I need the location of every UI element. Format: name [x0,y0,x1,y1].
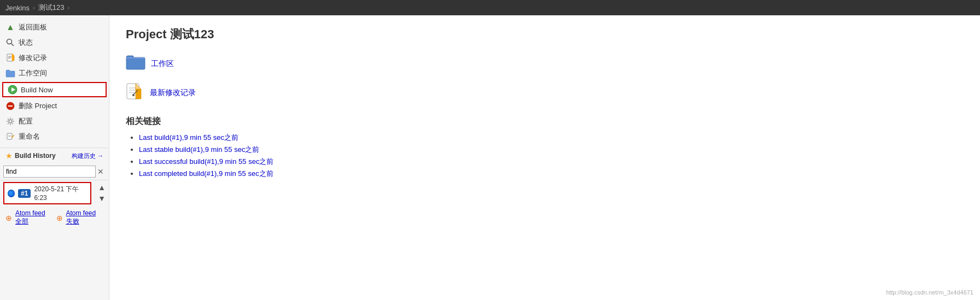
workspace-link-item: 工作区 [126,54,964,74]
sidebar-label-delete-project: 删除 Project [19,101,57,111]
last-build-link[interactable]: Last build(#1),9 min 55 sec之前 [139,133,238,142]
build-history-title: Build History [15,152,69,160]
folder-icon [5,68,15,78]
doc-icon [5,53,15,63]
magnifier-icon [5,38,15,48]
sidebar-item-status[interactable]: 状态 [0,35,109,50]
related-links-list: Last build(#1),9 min 55 sec之前 Last stabl… [126,133,964,179]
related-links-title: 相关链接 [126,116,964,127]
sidebar-label-status: 状态 [19,38,33,48]
rename-icon [5,132,15,142]
atom-feed-row: ⊕ Atom feed 全部 ⊕ Atom feed 失败 [0,206,109,230]
sidebar-label-configure: 配置 [19,116,33,126]
svg-point-11 [9,120,12,123]
list-item-last-completed-build: Last completed build(#1),9 min 55 sec之前 [139,169,964,179]
svg-line-1 [11,44,14,46]
home-icon: ▲ [5,22,15,32]
svg-marker-6 [12,54,14,61]
sidebar-label-back-panel: 返回面板 [19,22,47,32]
atom-icon-fail: ⊕ [56,214,63,222]
sidebar-item-workspace[interactable]: 工作空间 [0,66,109,81]
sidebar-item-build-now[interactable]: Build Now [2,82,107,97]
sidebar-label-build-now: Build Now [21,86,53,94]
breadcrumb-project-link[interactable]: 测试123 [38,3,65,13]
build-number[interactable]: #1 [18,189,31,198]
build-history-link[interactable]: 构建历史 → [72,152,103,160]
last-successful-build-suffix: ,9 min 55 sec之前 [217,157,273,166]
last-build-suffix: ,9 min 55 sec之前 [182,133,238,142]
last-stable-build-link[interactable]: Last stable build(#1),9 min 55 sec之前 [139,145,259,154]
sidebar-item-configure[interactable]: 配置 [0,114,109,129]
atom-feed-fail-link[interactable]: Atom feed 失败 [66,209,104,226]
changes-link-item: 最新修改记录 [126,83,964,103]
build-search-row: ✕ [0,163,109,180]
changes-link[interactable]: 最新修改记录 [150,88,196,98]
star-icon: ★ [5,151,13,160]
last-completed-build-link[interactable]: Last completed build(#1),9 min 55 sec之前 [139,169,273,178]
sidebar-item-rename[interactable]: 重命名 [0,129,109,144]
gear-icon [5,116,15,126]
sidebar-item-delete-project[interactable]: 删除 Project [0,98,109,114]
sidebar-label-rename: 重命名 [19,132,40,142]
sidebar-label-changes: 修改记录 [19,53,47,63]
atom-feed-all-link[interactable]: Atom feed 全部 [15,209,53,226]
main-links-section: 工作区 最新修改记录 [126,54,964,103]
breadcrumb-jenkins-link[interactable]: Jenkins [5,4,30,12]
build-time: 2020-5-21 下午6:23 [34,185,87,202]
svg-point-0 [7,39,12,44]
nav-arrows: ▲ ▼ [95,180,109,205]
build-entry-1[interactable]: #1 2020-5-21 下午6:23 [3,182,91,204]
last-stable-build-suffix: ,9 min 55 sec之前 [203,145,259,154]
list-item-last-build: Last build(#1),9 min 55 sec之前 [139,133,964,143]
svg-point-23 [132,94,135,96]
topbar: Jenkins › 测试123 › [0,0,980,15]
atom-icon-all: ⊕ [5,214,12,222]
delete-icon [5,101,15,111]
nav-down-button[interactable]: ▼ [97,193,107,203]
build-search-clear-button[interactable]: ✕ [96,167,106,176]
build-list-entries: #1 2020-5-21 下午6:23 [0,180,95,206]
last-completed-build-suffix: ,9 min 55 sec之前 [217,169,273,178]
list-item-last-stable-build: Last stable build(#1),9 min 55 sec之前 [139,145,964,155]
build-history-header: ★ Build History 构建历史 → [0,148,109,163]
changes-doc-icon [126,83,144,103]
breadcrumb-sep-2: › [67,4,69,11]
sidebar-label-workspace: 工作空间 [19,68,47,78]
breadcrumb-sep-1: › [33,4,35,11]
workspace-link[interactable]: 工作区 [151,59,174,69]
main-content: Project 测试123 工作区 [109,15,980,300]
last-successful-build-link[interactable]: Last successful build(#1),9 min 55 sec之前 [139,157,273,166]
build-status-icon [8,190,15,197]
build-now-icon [8,85,18,95]
breadcrumb-project[interactable]: 测试123 [38,3,65,13]
watermark: http://blog.csdn.net/m_3x4d4671 [886,289,973,296]
list-item-last-successful-build: Last successful build(#1),9 min 55 sec之前 [139,157,964,167]
build-list-area: #1 2020-5-21 下午6:23 ▲ ▼ [0,180,109,206]
sidebar-item-changes[interactable]: 修改记录 [0,50,109,66]
sidebar-item-back-panel[interactable]: ▲ 返回面板 [0,20,109,35]
nav-up-button[interactable]: ▲ [97,183,107,192]
workspace-folder-icon [126,54,145,74]
related-links: 相关链接 Last build(#1),9 min 55 sec之前 Last … [126,116,964,179]
sidebar: ▲ 返回面板 状态 修改记录 [0,15,109,300]
layout: ▲ 返回面板 状态 修改记录 [0,15,980,300]
breadcrumb-jenkins[interactable]: Jenkins [5,4,30,12]
page-title: Project 测试123 [126,26,964,43]
build-search-input[interactable] [3,166,96,178]
